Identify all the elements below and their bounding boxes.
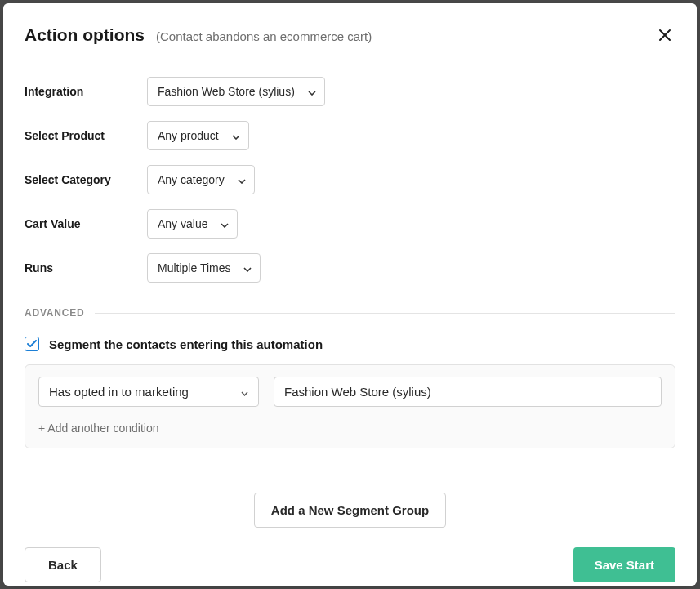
caret-down-icon — [238, 173, 246, 186]
select-category-value: Any category — [158, 173, 225, 186]
select-category[interactable]: Any category — [147, 165, 255, 194]
select-product-value: Any product — [158, 129, 219, 142]
label-product: Select Product — [25, 129, 131, 142]
save-start-button[interactable]: Save Start — [573, 547, 675, 582]
row-product: Select Product Any product — [25, 121, 675, 150]
form-rows: Integration Fashion Web Store (sylius) S… — [25, 77, 675, 283]
segment-group-box: Has opted in to marketing + Add another … — [25, 364, 675, 448]
segment-checkbox[interactable] — [25, 337, 39, 351]
add-segment-group-button[interactable]: Add a New Segment Group — [254, 493, 446, 528]
caret-down-icon — [243, 261, 252, 274]
row-integration: Integration Fashion Web Store (sylius) — [25, 77, 675, 106]
modal-footer: Back Save Start — [25, 528, 675, 582]
caret-down-icon — [308, 85, 316, 98]
label-runs: Runs — [25, 261, 131, 274]
condition-field-select[interactable]: Has opted in to marketing — [38, 377, 259, 407]
dashed-connector-line — [350, 448, 350, 493]
label-integration: Integration — [25, 85, 131, 98]
label-category: Select Category — [25, 173, 131, 186]
action-options-modal: Action options (Contact abandons an ecom… — [3, 3, 697, 586]
segment-group-connector: Add a New Segment Group — [25, 448, 675, 528]
row-category: Select Category Any category — [25, 165, 675, 194]
add-condition-link[interactable]: + Add another condition — [38, 418, 159, 440]
back-button[interactable]: Back — [25, 547, 101, 582]
select-cart-value-value: Any value — [158, 217, 207, 230]
select-cart-value[interactable]: Any value — [147, 209, 238, 239]
row-cart-value: Cart Value Any value — [25, 209, 675, 239]
modal-subtitle: (Contact abandons an ecommerce cart) — [156, 29, 372, 43]
select-integration[interactable]: Fashion Web Store (sylius) — [147, 77, 325, 106]
modal-title: Action options — [25, 25, 145, 45]
segment-checkbox-row: Segment the contacts entering this autom… — [25, 337, 675, 351]
header-left: Action options (Contact abandons an ecom… — [25, 25, 372, 45]
select-integration-value: Fashion Web Store (sylius) — [158, 85, 295, 98]
row-runs: Runs Multiple Times — [25, 253, 675, 283]
condition-row: Has opted in to marketing — [38, 377, 662, 407]
modal-header: Action options (Contact abandons an ecom… — [25, 25, 675, 46]
chevron-down-icon — [241, 385, 248, 399]
condition-value-input[interactable] — [274, 377, 662, 407]
select-product[interactable]: Any product — [147, 121, 249, 150]
close-button[interactable] — [654, 25, 675, 46]
select-runs-value: Multiple Times — [158, 261, 230, 274]
check-icon — [27, 340, 37, 348]
advanced-label: ADVANCED — [25, 307, 85, 319]
condition-field-value: Has opted in to marketing — [49, 385, 189, 399]
label-cart-value: Cart Value — [25, 217, 131, 230]
close-icon — [658, 28, 672, 42]
caret-down-icon — [221, 217, 229, 230]
segment-checkbox-label: Segment the contacts entering this autom… — [49, 337, 323, 351]
separator-line — [95, 313, 675, 314]
select-runs[interactable]: Multiple Times — [147, 253, 261, 283]
advanced-separator: ADVANCED — [25, 307, 675, 319]
caret-down-icon — [232, 129, 240, 142]
